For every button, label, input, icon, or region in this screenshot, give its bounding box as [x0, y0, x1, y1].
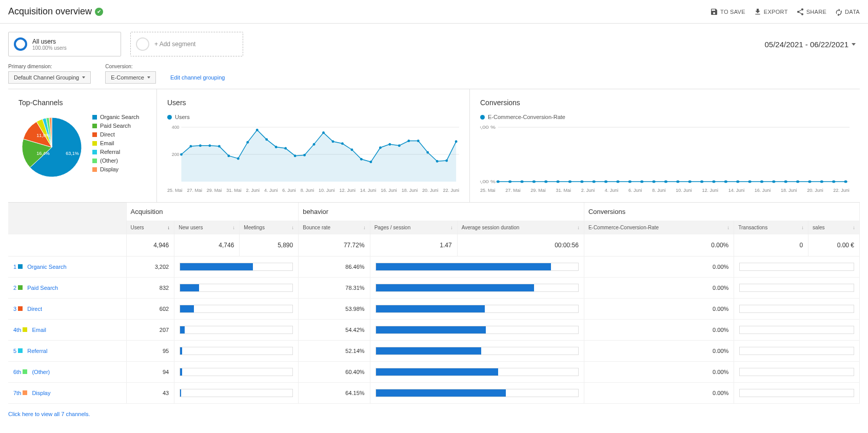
table-row[interactable]: 6th (Other)9460.40%0.00% [8, 362, 860, 383]
pie-legend-item[interactable]: Display [92, 166, 139, 172]
users-bar-cell [174, 362, 299, 383]
series-dot-icon [480, 115, 485, 120]
top-channels-title: Top-Channels [18, 99, 146, 107]
x-tick: 14. Juni [360, 188, 377, 193]
channel-cell[interactable]: 7th Display [8, 383, 126, 404]
pie-legend-item[interactable]: Email [92, 140, 139, 146]
table-row[interactable]: 2 Paid Search83278.31%0.00% [8, 278, 860, 299]
channel-cell[interactable]: 4th Email [8, 320, 126, 341]
svg-point-27 [369, 161, 372, 163]
column-header[interactable]: Pages / session↓ [370, 221, 457, 234]
conv-bar-cell [734, 257, 860, 278]
users-panel-title: Users [167, 99, 459, 107]
svg-text:63,1%: 63,1% [66, 151, 79, 156]
pie-legend-item[interactable]: Direct [92, 131, 139, 137]
add-segment-circle-icon [136, 37, 149, 51]
x-tick: 8. Juni [652, 188, 666, 193]
bounce-cell: 60.40% [299, 362, 370, 383]
svg-point-22 [322, 131, 325, 134]
add-segment-button[interactable]: + Add segment [130, 32, 243, 56]
legend-label: Direct [100, 131, 115, 137]
bounce-bar-cell [370, 278, 584, 299]
share-icon [796, 8, 804, 16]
channel-color-icon [18, 285, 23, 290]
bounce-bar-cell [370, 362, 584, 383]
svg-point-41 [497, 181, 500, 183]
column-header[interactable]: Average session duration↓ [457, 221, 584, 234]
conv-bar-cell [734, 299, 860, 320]
channel-cell[interactable]: 5 Referral [8, 341, 126, 362]
segment-all-users[interactable]: All users 100.00% users [8, 32, 121, 56]
svg-point-63 [760, 181, 763, 183]
svg-point-28 [379, 146, 382, 149]
date-range-picker[interactable]: 05/24/2021 - 06/22/2021 [765, 40, 860, 49]
users-x-ticks: 25. Mai27. Mai29. Mai31. Mai2. Juni4. Ju… [167, 188, 459, 193]
legend-label: (Other) [100, 158, 118, 164]
conv-bar-cell [734, 278, 860, 299]
svg-text:100,00 %: 100,00 % [480, 125, 496, 130]
channel-cell[interactable]: 3 Direct [8, 299, 126, 320]
segment-row: All users 100.00% users + Add segment 05… [0, 24, 868, 56]
table-row[interactable]: 5 Referral9552.14%0.00% [8, 341, 860, 362]
column-header[interactable]: Users↓ [126, 221, 174, 234]
export-button[interactable]: EXPORT [754, 8, 788, 16]
data-button[interactable]: DATA [835, 8, 860, 16]
totals-cell: 1.47 [370, 234, 457, 257]
svg-point-42 [508, 181, 511, 183]
svg-point-9 [199, 144, 202, 147]
svg-point-33 [426, 151, 429, 154]
pie-legend-item[interactable]: Referral [92, 149, 139, 155]
bounce-bar-cell [370, 299, 584, 320]
segment-title: All users [32, 38, 67, 45]
table-row[interactable]: 3 Direct60253.98%0.00% [8, 299, 860, 320]
page-title-text: Acquisition overview [8, 6, 92, 17]
table-row[interactable]: 4th Email20754.42%0.00% [8, 320, 860, 341]
share-button[interactable]: SHARE [796, 8, 826, 16]
x-tick: 29. Mai [207, 188, 222, 193]
totals-cell: 00:00:56 [457, 234, 584, 257]
save-icon [710, 8, 718, 16]
channel-cell[interactable]: 1 Organic Search [8, 257, 126, 278]
svg-point-54 [652, 181, 655, 183]
svg-point-30 [398, 144, 401, 147]
channel-color-icon [18, 264, 23, 269]
svg-point-57 [688, 181, 692, 183]
bounce-bar-cell [370, 257, 584, 278]
svg-point-7 [180, 153, 183, 156]
column-header[interactable]: Transactions↓ [734, 221, 808, 234]
column-header[interactable]: Meetings↓ [240, 221, 299, 234]
svg-point-67 [808, 181, 811, 183]
column-header[interactable]: New users↓ [174, 221, 240, 234]
svg-text:400: 400 [172, 125, 180, 130]
column-header[interactable]: sales↓ [808, 221, 860, 234]
conversion-select[interactable]: E-Commerce [105, 71, 156, 84]
column-header[interactable]: E-Commerce-Conversion-Rate↓ [584, 221, 734, 234]
svg-point-56 [676, 181, 679, 183]
pie-legend-item[interactable]: Paid Search [92, 123, 139, 129]
table-row[interactable]: 7th Display4364.15%0.00% [8, 383, 860, 404]
conv-cell: 0.00% [584, 257, 734, 278]
users-cell: 43 [126, 383, 174, 404]
svg-point-55 [664, 181, 667, 183]
legend-color-icon [92, 141, 97, 146]
edit-grouping-link[interactable]: Edit channel grouping [170, 74, 225, 81]
bounce-bar-cell [370, 320, 584, 341]
save-button[interactable]: TO SAVE [710, 8, 745, 16]
pie-legend-item[interactable]: Organic Search [92, 114, 139, 120]
save-label: TO SAVE [720, 9, 745, 15]
svg-point-8 [189, 145, 192, 148]
dimension-select[interactable]: Default Channel Grouping [8, 71, 91, 84]
pie-legend-item[interactable]: (Other) [92, 158, 139, 164]
dimension-label: Primary dimension: [8, 64, 91, 69]
svg-point-61 [736, 181, 739, 183]
table-row[interactable]: 1 Organic Search3,20286.46%0.00% [8, 257, 860, 278]
x-tick: 27. Mai [187, 188, 202, 193]
legend-color-icon [92, 115, 97, 120]
conv-series-label: E-Commerce-Conversion-Rate [488, 114, 565, 120]
svg-point-60 [724, 181, 727, 183]
channel-cell[interactable]: 2 Paid Search [8, 278, 126, 299]
column-header[interactable]: Bounce rate↓ [299, 221, 370, 234]
table-totals-row: 4,9464,7465,89077.72%1.4700:00:560.00%00… [8, 234, 860, 257]
channel-cell[interactable]: 6th (Other) [8, 362, 126, 383]
view-all-link[interactable]: Click here [8, 411, 33, 417]
